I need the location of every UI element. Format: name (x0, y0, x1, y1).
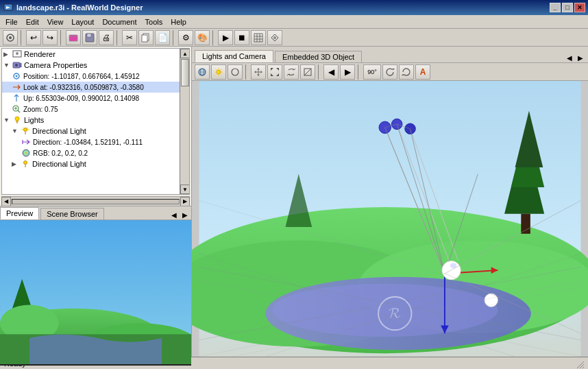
nav-left-arrow[interactable]: ◀ (169, 211, 179, 219)
bottom-panel: Preview Scene Browser ◀ ▶ (0, 206, 191, 357)
rt-btn-rotate[interactable] (284, 64, 299, 80)
rt-btn-globe[interactable] (195, 64, 210, 80)
tree-label-lights: Lights (24, 116, 44, 124)
tree-scroll[interactable]: ▶ Renderer ▼ Camera Properties Position:… (2, 49, 189, 194)
toolbar-cut[interactable]: ✂ (122, 30, 137, 45)
toolbar-copy[interactable] (138, 30, 154, 45)
toolbar-paste[interactable]: 📄 (155, 30, 170, 45)
resize-handle[interactable] (574, 359, 584, 368)
menu-file[interactable]: File (1, 16, 22, 27)
minimize-button[interactable]: _ (550, 3, 561, 12)
tree-item-camera[interactable]: ▼ Camera Properties (2, 60, 180, 71)
rt-btn-prev[interactable]: ◀ (323, 64, 339, 80)
tree-item-position[interactable]: Position: -1.10187, 0.667664, 1.45912 (2, 71, 180, 82)
tree-hscrollbar[interactable]: ◀ ▶ (1, 196, 190, 206)
scroll-up[interactable]: ▲ (180, 49, 190, 58)
tree-item-direction[interactable]: Direction: -1.03484, 1.52191, -0.111 (2, 136, 180, 147)
tree-item-dirlight2[interactable]: ▶ Directional Light (2, 158, 180, 169)
menu-document[interactable]: Document (98, 16, 140, 27)
tab-embedded-3d[interactable]: Embedded 3D Object (275, 51, 362, 62)
window-controls[interactable]: _ □ ✕ (550, 3, 585, 12)
rt-btn-refresh[interactable] (382, 64, 397, 80)
toolbar-settings[interactable]: ⚙ (178, 30, 193, 45)
toolbar-separator-4 (173, 30, 175, 45)
toolbar-run[interactable]: ▶ (218, 30, 233, 45)
menu-edit[interactable]: Edit (22, 16, 43, 27)
close-button[interactable]: ✕ (574, 3, 585, 12)
tree-item-lights[interactable]: ▼ Lights (2, 115, 180, 126)
svg-marker-18 (20, 63, 21, 67)
toolbar-print[interactable]: 🖨 (99, 30, 114, 45)
rt-btn-90[interactable]: 90° (363, 64, 381, 80)
tree-item-renderer[interactable]: ▶ Renderer (2, 49, 180, 60)
nav-right-arrow[interactable]: ▶ (180, 211, 190, 219)
toolbar-save[interactable] (82, 30, 97, 45)
tree-item-zoom[interactable]: Zoom: 0.75 (2, 104, 180, 115)
tree-label-zoom: Zoom: 0.75 (23, 106, 58, 113)
right-nav: ◀ ▶ (565, 53, 585, 62)
svg-line-112 (583, 367, 584, 368)
svg-line-65 (304, 69, 311, 75)
tab-preview[interactable]: Preview (0, 207, 39, 219)
expand-icon-3: ▼ (3, 117, 10, 123)
toolbar-extra[interactable] (267, 30, 282, 45)
tree-item-up[interactable]: Up: 6.55303e-009, 0.990012, 0.14098 (2, 93, 180, 104)
rt-btn-light[interactable] (211, 64, 226, 80)
svg-rect-6 (87, 34, 91, 37)
scroll-down[interactable]: ▼ (180, 184, 190, 194)
toolbar-undo[interactable]: ↩ (26, 30, 41, 45)
rtab-nav-left[interactable]: ◀ (565, 53, 574, 62)
scene-tree[interactable]: ▶ Renderer ▼ Camera Properties Position:… (1, 48, 190, 195)
tree-label-position: Position: -1.10187, 0.667664, 1.45912 (23, 73, 140, 80)
svg-point-21 (16, 75, 18, 78)
tree-item-lookat[interactable]: Look at: -0.932316, 0.0509873, -0.3580 (2, 82, 180, 93)
svg-point-26 (15, 117, 19, 121)
expand-icon-2: ▼ (3, 62, 10, 69)
rt-btn-scale2[interactable] (300, 64, 315, 80)
rt-btn-move[interactable] (251, 64, 266, 80)
tree-label-dirlight2: Directional Light (32, 160, 86, 168)
tab-lights-camera[interactable]: Lights and Camera (195, 50, 273, 62)
rt-btn-text[interactable]: A (415, 64, 430, 80)
3d-viewport[interactable]: 𝓡 (192, 81, 588, 357)
lights-icon (12, 115, 22, 125)
rt-btn-scale[interactable] (267, 64, 282, 80)
up-icon (12, 93, 21, 103)
tree-scrollbar[interactable]: ▲ ▼ (180, 49, 189, 194)
toolbar-color[interactable]: 🎨 (195, 30, 210, 45)
menu-help[interactable]: Help (167, 16, 191, 27)
menubar: File Edit View Layout Document Tools Hel… (0, 15, 588, 29)
toolbar-redo[interactable]: ↪ (42, 30, 58, 45)
hscroll-track[interactable] (12, 199, 180, 204)
right-panel: Lights and Camera Embedded 3D Object ◀ ▶ (192, 47, 588, 357)
rt-btn-circle[interactable] (228, 64, 243, 80)
hscroll-right[interactable]: ▶ (180, 197, 190, 206)
toolbar-btn-pointer[interactable] (3, 30, 18, 45)
tree-label-direction: Direction: -1.03484, 1.52191, -0.111 (33, 139, 143, 146)
toolbar-grid[interactable] (251, 30, 266, 45)
maximize-button[interactable]: □ (562, 3, 573, 12)
rtab-nav-right[interactable]: ▶ (576, 53, 585, 62)
bottom-nav: ◀ ▶ (169, 211, 191, 219)
hscroll-left[interactable]: ◀ (1, 197, 11, 206)
tree-label-dirlight1: Directional Light (32, 127, 86, 135)
preview-scene (0, 220, 191, 364)
svg-line-57 (216, 69, 217, 70)
menu-tools[interactable]: Tools (141, 16, 167, 27)
toolbar-separator (21, 30, 23, 45)
camera-icon (12, 60, 22, 70)
scroll-thumb[interactable] (181, 59, 189, 86)
rt-btn-next[interactable]: ▶ (340, 64, 355, 80)
tab-scene-browser[interactable]: Scene Browser (40, 208, 104, 219)
menu-view[interactable]: View (43, 16, 68, 27)
main-toolbar: ↩ ↪ 🖨 ✂ 📄 ⚙ 🎨 ▶ ⏹ (0, 29, 588, 47)
tree-item-rgb[interactable]: RGB: 0.2, 0.2, 0.2 (2, 147, 180, 158)
toolbar-stop[interactable]: ⏹ (234, 30, 249, 45)
toolbar-open[interactable] (66, 30, 81, 45)
svg-line-60 (216, 74, 217, 75)
rt-btn-refresh2[interactable] (399, 64, 414, 80)
tree-item-dirlight1[interactable]: ▼ Directional Light (2, 126, 180, 136)
menu-layout[interactable]: Layout (67, 16, 98, 27)
zoom-icon (12, 104, 21, 114)
window-title: landscape.r3i - RealWorld Designer (16, 3, 550, 12)
